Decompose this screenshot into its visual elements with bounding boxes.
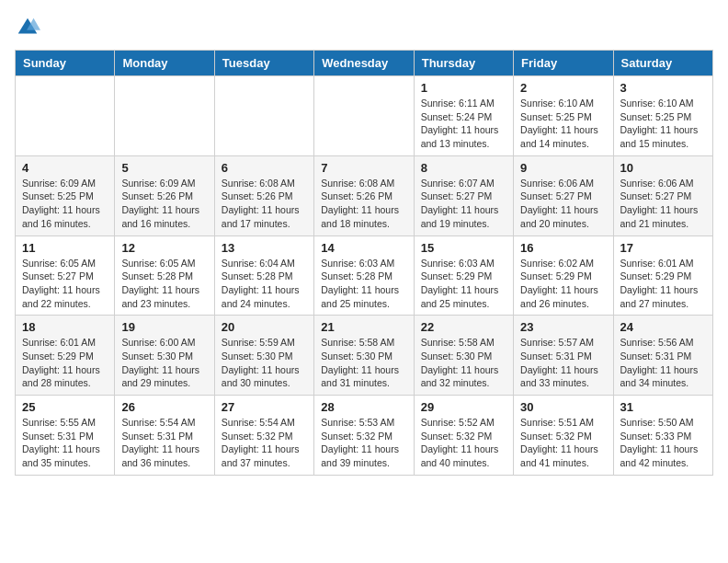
calendar-cell [214, 76, 313, 156]
calendar-header-thursday: Thursday [414, 51, 513, 76]
day-detail: Sunrise: 6:06 AM Sunset: 5:27 PM Dayligh… [520, 177, 606, 231]
calendar-cell: 25Sunrise: 5:55 AM Sunset: 5:31 PM Dayli… [16, 396, 115, 476]
day-detail: Sunrise: 6:11 AM Sunset: 5:24 PM Dayligh… [421, 97, 506, 151]
calendar-cell: 6Sunrise: 6:08 AM Sunset: 5:26 PM Daylig… [214, 155, 313, 236]
calendar-cell: 4Sunrise: 6:09 AM Sunset: 5:25 PM Daylig… [16, 155, 115, 236]
calendar-week-2: 11Sunrise: 6:05 AM Sunset: 5:27 PM Dayli… [16, 236, 713, 316]
calendar-cell [115, 76, 214, 156]
calendar-cell: 30Sunrise: 5:51 AM Sunset: 5:32 PM Dayli… [514, 396, 613, 476]
day-detail: Sunrise: 6:06 AM Sunset: 5:27 PM Dayligh… [620, 177, 706, 231]
day-number: 9 [520, 161, 606, 175]
day-detail: Sunrise: 6:08 AM Sunset: 5:26 PM Dayligh… [222, 177, 307, 231]
day-number: 30 [520, 400, 606, 414]
day-detail: Sunrise: 6:09 AM Sunset: 5:25 PM Dayligh… [22, 177, 108, 231]
day-detail: Sunrise: 5:52 AM Sunset: 5:32 PM Dayligh… [421, 416, 506, 470]
calendar-header-row: SundayMondayTuesdayWednesdayThursdayFrid… [16, 51, 713, 76]
day-detail: Sunrise: 6:01 AM Sunset: 5:29 PM Dayligh… [620, 257, 706, 311]
logo [15, 15, 44, 40]
day-number: 11 [22, 241, 108, 255]
day-number: 26 [121, 400, 207, 414]
day-number: 10 [620, 161, 706, 175]
day-number: 21 [321, 320, 406, 334]
calendar-cell: 10Sunrise: 6:06 AM Sunset: 5:27 PM Dayli… [613, 155, 712, 236]
calendar-cell: 12Sunrise: 6:05 AM Sunset: 5:28 PM Dayli… [115, 236, 214, 316]
calendar-cell: 26Sunrise: 5:54 AM Sunset: 5:31 PM Dayli… [115, 396, 214, 476]
calendar-header-wednesday: Wednesday [314, 51, 414, 76]
day-detail: Sunrise: 6:02 AM Sunset: 5:29 PM Dayligh… [520, 257, 606, 311]
calendar-cell: 14Sunrise: 6:03 AM Sunset: 5:28 PM Dayli… [314, 236, 414, 316]
calendar-cell: 8Sunrise: 6:07 AM Sunset: 5:27 PM Daylig… [414, 155, 513, 236]
calendar-cell: 29Sunrise: 5:52 AM Sunset: 5:32 PM Dayli… [414, 396, 513, 476]
day-detail: Sunrise: 5:50 AM Sunset: 5:33 PM Dayligh… [620, 416, 706, 470]
day-detail: Sunrise: 6:04 AM Sunset: 5:28 PM Dayligh… [222, 257, 307, 311]
day-detail: Sunrise: 5:54 AM Sunset: 5:32 PM Dayligh… [222, 416, 307, 470]
day-number: 7 [321, 161, 406, 175]
day-detail: Sunrise: 5:58 AM Sunset: 5:30 PM Dayligh… [421, 336, 506, 390]
calendar-week-1: 4Sunrise: 6:09 AM Sunset: 5:25 PM Daylig… [16, 155, 713, 236]
calendar-cell: 31Sunrise: 5:50 AM Sunset: 5:33 PM Dayli… [613, 396, 712, 476]
calendar-header-friday: Friday [514, 51, 613, 76]
day-detail: Sunrise: 6:10 AM Sunset: 5:25 PM Dayligh… [620, 97, 706, 151]
day-number: 18 [22, 320, 108, 334]
calendar-cell: 20Sunrise: 5:59 AM Sunset: 5:30 PM Dayli… [214, 316, 313, 396]
day-detail: Sunrise: 5:57 AM Sunset: 5:31 PM Dayligh… [520, 336, 606, 390]
calendar-cell [16, 76, 115, 156]
calendar-cell: 9Sunrise: 6:06 AM Sunset: 5:27 PM Daylig… [514, 155, 613, 236]
calendar-cell: 16Sunrise: 6:02 AM Sunset: 5:29 PM Dayli… [514, 236, 613, 316]
day-number: 22 [421, 320, 506, 334]
day-number: 31 [620, 400, 706, 414]
calendar-cell: 27Sunrise: 5:54 AM Sunset: 5:32 PM Dayli… [214, 396, 313, 476]
day-number: 27 [222, 400, 307, 414]
calendar-cell: 13Sunrise: 6:04 AM Sunset: 5:28 PM Dayli… [214, 236, 313, 316]
calendar-cell: 3Sunrise: 6:10 AM Sunset: 5:25 PM Daylig… [613, 76, 712, 156]
day-number: 29 [421, 400, 506, 414]
calendar-cell [314, 76, 414, 156]
day-detail: Sunrise: 5:53 AM Sunset: 5:32 PM Dayligh… [321, 416, 406, 470]
day-detail: Sunrise: 5:56 AM Sunset: 5:31 PM Dayligh… [620, 336, 706, 390]
day-detail: Sunrise: 5:59 AM Sunset: 5:30 PM Dayligh… [222, 336, 307, 390]
calendar-cell: 24Sunrise: 5:56 AM Sunset: 5:31 PM Dayli… [613, 316, 712, 396]
calendar-cell: 11Sunrise: 6:05 AM Sunset: 5:27 PM Dayli… [16, 236, 115, 316]
day-detail: Sunrise: 5:51 AM Sunset: 5:32 PM Dayligh… [520, 416, 606, 470]
logo-icon [15, 15, 40, 40]
day-number: 23 [520, 320, 606, 334]
calendar-header-sunday: Sunday [16, 51, 115, 76]
day-number: 13 [222, 241, 307, 255]
calendar-cell: 1Sunrise: 6:11 AM Sunset: 5:24 PM Daylig… [414, 76, 513, 156]
day-number: 25 [22, 400, 108, 414]
day-detail: Sunrise: 5:54 AM Sunset: 5:31 PM Dayligh… [121, 416, 207, 470]
calendar-cell: 5Sunrise: 6:09 AM Sunset: 5:26 PM Daylig… [115, 155, 214, 236]
calendar: SundayMondayTuesdayWednesdayThursdayFrid… [15, 50, 713, 476]
day-number: 4 [22, 161, 108, 175]
day-number: 17 [620, 241, 706, 255]
calendar-week-0: 1Sunrise: 6:11 AM Sunset: 5:24 PM Daylig… [16, 76, 713, 156]
day-detail: Sunrise: 5:58 AM Sunset: 5:30 PM Dayligh… [321, 336, 406, 390]
day-number: 3 [620, 81, 706, 95]
calendar-cell: 22Sunrise: 5:58 AM Sunset: 5:30 PM Dayli… [414, 316, 513, 396]
calendar-header-monday: Monday [115, 51, 214, 76]
calendar-cell: 23Sunrise: 5:57 AM Sunset: 5:31 PM Dayli… [514, 316, 613, 396]
day-detail: Sunrise: 6:09 AM Sunset: 5:26 PM Dayligh… [121, 177, 207, 231]
calendar-cell: 2Sunrise: 6:10 AM Sunset: 5:25 PM Daylig… [514, 76, 613, 156]
day-number: 8 [421, 161, 506, 175]
day-number: 19 [121, 320, 207, 334]
day-detail: Sunrise: 6:05 AM Sunset: 5:27 PM Dayligh… [22, 257, 108, 311]
day-detail: Sunrise: 6:10 AM Sunset: 5:25 PM Dayligh… [520, 97, 606, 151]
day-detail: Sunrise: 6:01 AM Sunset: 5:29 PM Dayligh… [22, 336, 108, 390]
calendar-header-tuesday: Tuesday [214, 51, 313, 76]
day-detail: Sunrise: 6:00 AM Sunset: 5:30 PM Dayligh… [121, 336, 207, 390]
calendar-cell: 28Sunrise: 5:53 AM Sunset: 5:32 PM Dayli… [314, 396, 414, 476]
day-detail: Sunrise: 5:55 AM Sunset: 5:31 PM Dayligh… [22, 416, 108, 470]
calendar-cell: 21Sunrise: 5:58 AM Sunset: 5:30 PM Dayli… [314, 316, 414, 396]
day-number: 6 [222, 161, 307, 175]
day-number: 12 [121, 241, 207, 255]
day-detail: Sunrise: 6:03 AM Sunset: 5:28 PM Dayligh… [321, 257, 406, 311]
calendar-cell: 7Sunrise: 6:08 AM Sunset: 5:26 PM Daylig… [314, 155, 414, 236]
day-number: 20 [222, 320, 307, 334]
day-number: 14 [321, 241, 406, 255]
day-number: 1 [421, 81, 506, 95]
day-number: 5 [121, 161, 207, 175]
day-number: 16 [520, 241, 606, 255]
day-detail: Sunrise: 6:03 AM Sunset: 5:29 PM Dayligh… [421, 257, 506, 311]
calendar-cell: 17Sunrise: 6:01 AM Sunset: 5:29 PM Dayli… [613, 236, 712, 316]
